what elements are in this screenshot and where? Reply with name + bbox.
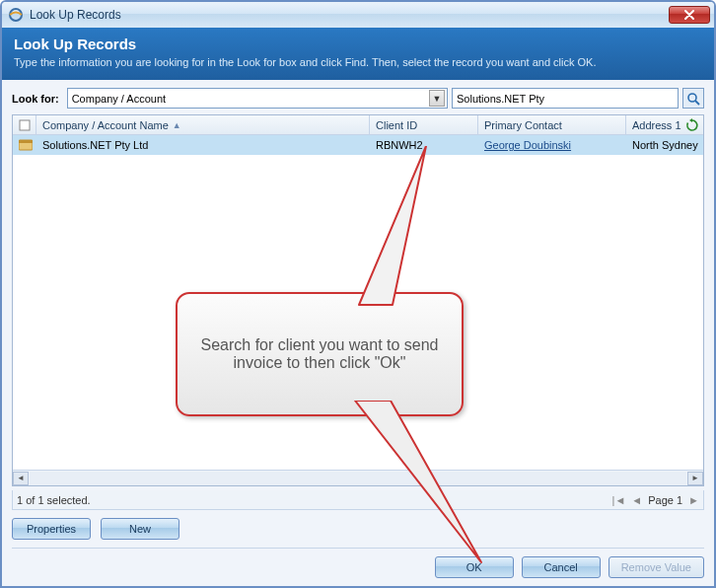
prev-page-icon[interactable]: ◄ <box>631 494 642 506</box>
svg-point-0 <box>10 9 22 21</box>
scroll-left-icon[interactable]: ◄ <box>13 472 29 485</box>
first-page-icon[interactable]: |◄ <box>612 494 626 506</box>
grid-body: Solutions.NET Pty Ltd RBNWH2 George Doub… <box>13 135 703 470</box>
row-icon-cell <box>13 139 36 151</box>
chevron-down-icon[interactable]: ▼ <box>429 90 445 107</box>
horizontal-scrollbar[interactable]: ◄ ► <box>13 470 703 485</box>
column-header-contact[interactable]: Primary Contact <box>478 115 626 134</box>
select-all-checkbox[interactable] <box>13 115 36 134</box>
ok-button[interactable]: OK <box>435 556 514 578</box>
dialog-header: Look Up Records Type the information you… <box>2 28 714 80</box>
entity-select-value: Company / Account <box>72 93 166 105</box>
properties-button[interactable]: Properties <box>12 518 91 540</box>
svg-rect-3 <box>20 120 30 130</box>
column-header-city[interactable]: Address 1: City <box>626 115 681 134</box>
remove-value-button[interactable]: Remove Value <box>609 556 704 578</box>
column-header-name[interactable]: Company / Account Name ▲ <box>36 115 370 134</box>
cell-city: North Sydney <box>626 139 703 151</box>
ie-favicon <box>8 7 24 23</box>
scroll-right-icon[interactable]: ► <box>687 472 703 485</box>
refresh-button[interactable] <box>681 115 703 134</box>
status-bar: 1 of 1 selected. |◄ ◄ Page 1 ► <box>12 490 704 510</box>
lookup-window: Look Up Records Look Up Records Type the… <box>0 0 716 588</box>
dialog-content: Look for: Company / Account ▼ Company / … <box>2 80 714 586</box>
window-title: Look Up Records <box>30 8 669 22</box>
results-grid: Company / Account Name ▲ Client ID Prima… <box>12 114 704 486</box>
close-button[interactable] <box>669 6 710 24</box>
svg-point-1 <box>688 94 696 102</box>
search-input[interactable] <box>452 88 679 109</box>
footer: OK Cancel Remove Value <box>12 548 704 578</box>
titlebar: Look Up Records <box>2 2 714 28</box>
selection-count: 1 of 1 selected. <box>17 494 91 506</box>
dialog-subtitle: Type the information you are looking for… <box>14 56 702 68</box>
contact-link[interactable]: George Doubinski <box>484 139 571 151</box>
table-row[interactable]: Solutions.NET Pty Ltd RBNWH2 George Doub… <box>13 135 703 155</box>
dialog-title: Look Up Records <box>14 36 702 52</box>
paginator: |◄ ◄ Page 1 ► <box>612 494 699 506</box>
new-button[interactable]: New <box>101 518 179 540</box>
refresh-icon <box>685 118 699 132</box>
account-icon <box>19 139 33 151</box>
entity-select[interactable]: Company / Account ▼ <box>67 88 448 109</box>
cell-name: Solutions.NET Pty Ltd <box>36 139 370 151</box>
next-page-icon[interactable]: ► <box>688 494 699 506</box>
cancel-button[interactable]: Cancel <box>522 556 601 578</box>
action-row: Properties New <box>12 518 704 540</box>
sort-asc-icon: ▲ <box>173 120 181 130</box>
cell-clientid: RBNWH2 <box>370 139 478 151</box>
scroll-track[interactable] <box>30 472 686 485</box>
svg-rect-5 <box>19 140 33 143</box>
svg-line-2 <box>695 101 699 105</box>
search-icon <box>686 92 700 106</box>
column-header-clientid[interactable]: Client ID <box>370 115 478 134</box>
cell-contact: George Doubinski <box>478 139 626 151</box>
search-button[interactable] <box>682 88 704 109</box>
grid-header: Company / Account Name ▲ Client ID Prima… <box>13 115 703 135</box>
lookfor-label: Look for: <box>12 93 59 105</box>
lookfor-row: Look for: Company / Account ▼ <box>12 88 704 109</box>
page-label: Page 1 <box>648 494 682 506</box>
